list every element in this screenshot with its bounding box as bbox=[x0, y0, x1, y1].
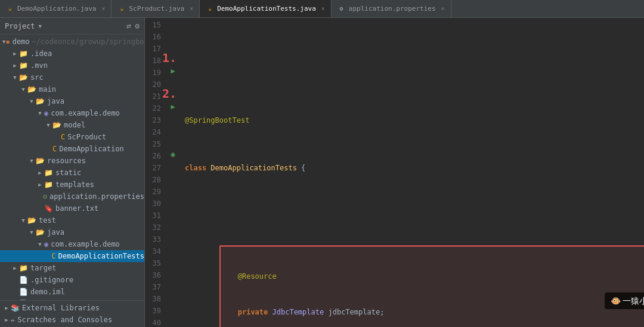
tree-label: demo.iml bbox=[30, 288, 65, 296]
tree-item-demo-tests[interactable]: ▶ C DemoApplicationTests bbox=[0, 250, 144, 262]
arrow-icon: ▼ bbox=[27, 158, 36, 164]
watermark-text: 一猿小讲 bbox=[623, 296, 644, 306]
sidebar-bottom: ▶ 📚 External Libraries ▶ ✏️ Scratches an… bbox=[0, 300, 144, 327]
arrow-icon: ▼ bbox=[19, 86, 27, 92]
tab-demo-tests[interactable]: ☕ DemoApplicationTests.java × bbox=[200, 0, 332, 17]
editor-area[interactable]: 15 16 17 18 19 20 21 22 23 24 25 26 27 2… bbox=[145, 18, 644, 327]
test-folder-icon: 📂 bbox=[27, 216, 36, 225]
close-icon[interactable]: × bbox=[101, 5, 105, 12]
tree-item-java-test[interactable]: ▼ 📂 java bbox=[0, 226, 144, 238]
tree-item-templates[interactable]: ▶ 📁 templates bbox=[0, 179, 144, 191]
tree-item-resources[interactable]: ▼ 📂 resources bbox=[0, 155, 144, 167]
arrow-icon: ▼ bbox=[36, 241, 44, 247]
tree-label: ScProduct bbox=[67, 133, 106, 141]
tree-label: templates bbox=[55, 180, 94, 189]
properties-file-icon: ⚙ bbox=[338, 5, 346, 13]
tree-item-java[interactable]: ▼ 📂 java bbox=[0, 95, 144, 107]
tree-label: src bbox=[30, 73, 44, 82]
annotation-springboottest: @SpringBootTest bbox=[185, 116, 249, 124]
resource-block: @Resource private JdbcTemplate jdbcTempl… bbox=[219, 245, 644, 327]
code-line-15: @SpringBootTest bbox=[185, 114, 644, 126]
arrow-icon: ▼ bbox=[36, 110, 44, 116]
tree-item-app-props[interactable]: ▶ ⚙ application.properties bbox=[0, 191, 144, 203]
tree-item-com-example-demo-test[interactable]: ▼ ◉ com.example.demo bbox=[0, 238, 144, 250]
tab-sc-product[interactable]: ☕ ScProduct.java × bbox=[112, 0, 200, 17]
tree-item-demo-root[interactable]: ▼ ▪ demo ~/codeonce/growup/springboot bbox=[0, 36, 144, 48]
folder-icon: 📂 bbox=[36, 97, 45, 105]
gitignore-icon: 📄 bbox=[19, 276, 28, 284]
sidebar-header: Project ▼ ⇄ ⚙ bbox=[0, 18, 144, 35]
tree-label: demo bbox=[13, 38, 30, 46]
arrow-icon: ▶ bbox=[11, 51, 19, 57]
tree-item-banner[interactable]: ▶ 🔖 banner.txt bbox=[0, 203, 144, 214]
dropdown-icon[interactable]: ▼ bbox=[39, 23, 42, 29]
folder-icon: 📁 bbox=[19, 264, 28, 272]
run-test-icon[interactable]: ▶ bbox=[166, 102, 180, 114]
folder-icon: 📁 bbox=[44, 180, 53, 189]
tree-label: target bbox=[30, 264, 56, 272]
tree-item-gitignore[interactable]: ▶ 📄 .gitignore bbox=[0, 274, 144, 286]
tree-item-idea[interactable]: ▶ 📁 .idea bbox=[0, 48, 144, 60]
tree-label: .mvn bbox=[30, 61, 48, 70]
tree-item-static[interactable]: ▶ 📁 static bbox=[0, 167, 144, 179]
tree-label: .gitignore bbox=[30, 276, 73, 284]
tree-item-demo-app[interactable]: ▶ C DemoApplication bbox=[0, 143, 144, 155]
code-area[interactable]: 1. 2. @SpringBootTest class DemoApplicat… bbox=[180, 18, 644, 327]
folder-icon: 📂 bbox=[27, 85, 36, 94]
watermark: 🐵 一猿小讲 bbox=[605, 292, 644, 309]
tree-item-model[interactable]: ▼ 📂 model bbox=[0, 119, 144, 131]
arrow-icon: ▶ bbox=[11, 63, 19, 68]
tree-label-path: ~/codeonce/growup/springboot bbox=[32, 38, 144, 46]
java-class-icon: C bbox=[51, 252, 55, 260]
tree-item-main[interactable]: ▼ 📂 main bbox=[0, 83, 144, 95]
project-title: Project bbox=[5, 22, 35, 30]
java-class-icon: C bbox=[52, 145, 57, 153]
tab-label: ScProduct.java bbox=[129, 5, 184, 13]
step1-label: 1. bbox=[162, 52, 177, 64]
sidebar-tree[interactable]: ▼ ▪ demo ~/codeonce/growup/springboot ▶ … bbox=[0, 35, 144, 300]
code-line-18: @Resource bbox=[221, 270, 644, 282]
tab-app-props[interactable]: ⚙ application.properties × bbox=[332, 0, 451, 17]
resources-folder-icon: 📂 bbox=[36, 157, 45, 165]
editor-content[interactable]: 15 16 17 18 19 20 21 22 23 24 25 26 27 2… bbox=[145, 18, 644, 327]
tree-label: .idea bbox=[30, 49, 52, 58]
step2-label: 2. bbox=[162, 88, 177, 99]
tree-label: model bbox=[64, 121, 85, 129]
override-icon[interactable]: ◉ bbox=[166, 150, 180, 162]
tree-label: DemoApplicationTests bbox=[58, 252, 145, 260]
tree-label: java bbox=[47, 228, 64, 236]
arrow-icon: ▶ bbox=[2, 305, 11, 311]
run-icon[interactable]: ▶ bbox=[166, 67, 180, 79]
properties-icon: ⚙ bbox=[43, 192, 47, 201]
tree-item-demo-iml[interactable]: ▶ 📄 demo.iml bbox=[0, 286, 144, 298]
tree-label: External Libraries bbox=[22, 304, 100, 312]
close-icon[interactable]: × bbox=[190, 5, 193, 12]
tree-item-external-libs[interactable]: ▶ 📚 External Libraries bbox=[0, 302, 144, 314]
gear-icon[interactable]: ⚙ bbox=[135, 21, 140, 30]
close-icon[interactable]: × bbox=[321, 5, 325, 12]
tab-demo-app[interactable]: ☕ DemoApplication.java × bbox=[0, 0, 112, 17]
java-file-icon: ☕ bbox=[206, 5, 214, 13]
tree-item-sc-product[interactable]: ▶ C ScProduct bbox=[0, 131, 144, 143]
tree-item-scratches[interactable]: ▶ ✏️ Scratches and Consoles bbox=[0, 314, 144, 326]
tree-label: Scratches and Consoles bbox=[17, 316, 112, 324]
library-icon: 📚 bbox=[11, 304, 20, 312]
tree-label: main bbox=[39, 85, 56, 94]
tree-item-mvn[interactable]: ▶ 📁 .mvn bbox=[0, 60, 144, 71]
tree-label: resources bbox=[47, 157, 86, 165]
tree-item-com-example-demo[interactable]: ▼ ◉ com.example.demo bbox=[0, 107, 144, 119]
close-icon[interactable]: × bbox=[441, 5, 445, 12]
tab-label: application.properties bbox=[349, 5, 436, 13]
code-line-16: class DemoApplicationTests { bbox=[185, 162, 644, 174]
sidebar-icons: ⇄ ⚙ bbox=[126, 21, 140, 30]
package-icon: ◉ bbox=[44, 240, 48, 248]
horizontal-split-icon[interactable]: ⇄ bbox=[126, 21, 131, 30]
arrow-icon: ▼ bbox=[27, 98, 36, 104]
tree-item-test[interactable]: ▼ 📂 test bbox=[0, 214, 144, 226]
tree-item-target[interactable]: ▶ 📁 target bbox=[0, 262, 144, 274]
tree-item-src[interactable]: ▼ 📂 src bbox=[0, 71, 144, 83]
code-line-17 bbox=[185, 210, 644, 222]
arrow-icon: ▶ bbox=[36, 182, 44, 188]
tree-label: static bbox=[55, 169, 81, 177]
tree-label: DemoApplication bbox=[59, 145, 123, 153]
